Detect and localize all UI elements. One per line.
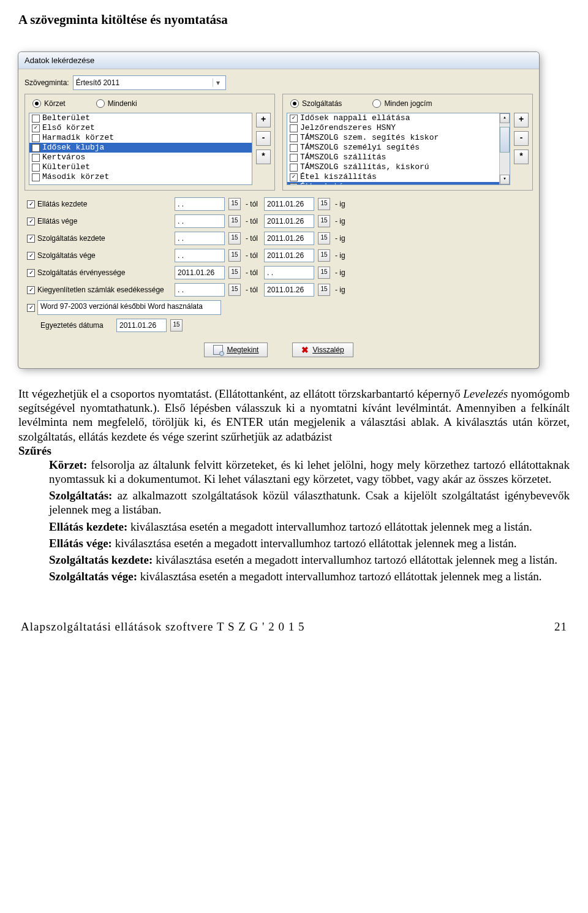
ig-label: - ig	[335, 251, 345, 260]
calendar-icon[interactable]: 15	[318, 249, 330, 262]
date-to[interactable]: 2011.01.26	[264, 214, 314, 228]
calendar-icon[interactable]: 15	[318, 215, 330, 227]
checkbox-icon[interactable]	[290, 124, 298, 132]
szures-heading: Szűrés	[18, 444, 570, 458]
filter-check[interactable]	[27, 269, 35, 277]
filter-check[interactable]	[27, 252, 35, 260]
filter-check[interactable]	[27, 200, 35, 208]
list-item-label: Külterület	[42, 162, 90, 172]
tol-label: - tól	[246, 268, 258, 277]
checkbox-icon[interactable]	[290, 164, 298, 172]
calendar-icon[interactable]: 15	[318, 267, 330, 279]
checkbox-icon[interactable]	[32, 164, 40, 172]
calendar-icon[interactable]: 15	[318, 232, 330, 244]
scrollbar[interactable]: ▴▾	[499, 113, 510, 184]
star-button[interactable]: *	[514, 150, 529, 164]
date-to[interactable]: 2011.01.26	[264, 232, 314, 245]
list-item[interactable]: Jelzőrendszeres HSNY	[287, 123, 500, 133]
list-item[interactable]: TÁMSZOLG személyi segítés	[287, 143, 500, 153]
list-item[interactable]: Külterület	[29, 162, 252, 172]
visszalep-button[interactable]: ✖ Visszalép	[292, 343, 353, 357]
korzet-listbox[interactable]: BelterületElső körzetHarmadik körzetIdős…	[29, 113, 252, 185]
filter-check[interactable]	[27, 235, 35, 243]
list-item[interactable]: Étkeztetés	[287, 182, 500, 185]
plus-button[interactable]: +	[514, 113, 529, 127]
calendar-icon[interactable]: 15	[228, 232, 241, 244]
date-from[interactable]: . .	[175, 197, 225, 211]
date-from[interactable]: . .	[175, 283, 225, 297]
star-button[interactable]: *	[256, 150, 271, 164]
szovegminta-combo[interactable]: Értesítő 2011 ▾	[73, 75, 226, 90]
word-check[interactable]	[27, 304, 35, 312]
date-to[interactable]: . .	[264, 266, 314, 279]
filter-check[interactable]	[27, 286, 35, 294]
tol-label: - tól	[246, 200, 258, 208]
preview-icon	[213, 345, 223, 355]
list-item[interactable]: Belterület	[29, 113, 252, 123]
checkbox-icon[interactable]	[32, 115, 40, 123]
filter-row: Ellátás vége. .15- tól2011.01.2615- ig	[24, 213, 533, 230]
list-item-label: Első körzet	[42, 123, 95, 133]
checkbox-icon[interactable]	[290, 173, 298, 181]
date-from[interactable]: . .	[175, 249, 225, 262]
calendar-icon[interactable]: 15	[228, 284, 241, 296]
plus-button[interactable]: +	[256, 113, 271, 127]
checkbox-icon[interactable]	[32, 144, 40, 152]
checkbox-icon[interactable]	[32, 154, 40, 162]
ig-label: - ig	[335, 234, 345, 243]
checkbox-icon[interactable]	[290, 183, 298, 186]
filter-label: Szolgáltatás kezdete	[37, 234, 172, 243]
szolgaltatas-listbox[interactable]: ▴▾Idősek nappali ellátásaJelzőrendszeres…	[287, 113, 510, 185]
checkbox-icon[interactable]	[290, 144, 298, 152]
minus-button[interactable]: -	[256, 131, 271, 146]
checkbox-icon[interactable]	[290, 134, 298, 142]
list-item[interactable]: Első körzet	[29, 123, 252, 133]
list-item-label: TÁMSZOLG szállítás	[300, 153, 386, 162]
list-item[interactable]: Idősek klubja	[29, 143, 252, 153]
date-to[interactable]: 2011.01.26	[264, 197, 314, 211]
date-from[interactable]: . .	[175, 232, 225, 245]
chevron-down-icon[interactable]: ▾	[213, 78, 223, 87]
calendar-icon[interactable]: 15	[228, 215, 241, 227]
radio-mindenki[interactable]: Mindenki	[96, 99, 137, 108]
radio-korzet[interactable]: Körzet	[32, 99, 66, 108]
list-item[interactable]: TÁMSZOLG szállítás	[287, 153, 500, 162]
list-item-label: Belterület	[42, 113, 90, 123]
checkbox-icon[interactable]	[32, 173, 40, 181]
date-to[interactable]: 2011.01.26	[264, 283, 314, 297]
megtekint-button[interactable]: Megtekint	[204, 343, 268, 357]
calendar-icon[interactable]: 15	[170, 319, 183, 331]
filter-check[interactable]	[27, 218, 35, 225]
list-item-label: TÁMSZOLG személyi segítés	[300, 143, 420, 153]
calendar-icon[interactable]: 15	[228, 267, 241, 279]
list-item[interactable]: TÁMSZOLG szállítás, kiskorú	[287, 162, 500, 172]
radio-icon	[96, 99, 105, 108]
calendar-icon[interactable]: 15	[228, 198, 241, 210]
list-item[interactable]: TÁMSZOLG szem. segítés kiskor	[287, 133, 500, 143]
filter-row: Szolgáltatás vége. .15- tól2011.01.2615-…	[24, 247, 533, 264]
radio-minden-jogcim[interactable]: Minden jogcím	[372, 99, 432, 108]
date-from[interactable]: . .	[175, 214, 225, 228]
calendar-icon[interactable]: 15	[228, 249, 241, 262]
list-item[interactable]: Idősek nappali ellátása	[287, 113, 500, 123]
date-to[interactable]: 2011.01.26	[264, 249, 314, 262]
radio-szolgaltatas[interactable]: Szolgáltatás	[290, 99, 342, 108]
korzet-desc: Körzet: felsorolja az általunk felvitt k…	[18, 458, 570, 486]
checkbox-icon[interactable]	[290, 115, 298, 123]
checkbox-icon[interactable]	[32, 124, 40, 132]
checkbox-icon[interactable]	[32, 134, 40, 142]
list-item-label: Jelzőrendszeres HSNY	[300, 123, 396, 133]
egyeztet-date[interactable]: 2011.01.26	[116, 319, 167, 332]
calendar-icon[interactable]: 15	[318, 198, 330, 210]
list-item[interactable]: Étel kiszállítás	[287, 172, 500, 182]
szolg-vege-desc: Szolgáltatás vége: kiválasztása esetén a…	[18, 569, 570, 583]
minus-button[interactable]: -	[514, 131, 529, 146]
checkbox-icon[interactable]	[290, 154, 298, 162]
korzet-panel: Körzet Mindenki BelterületElső körzetHar…	[24, 94, 275, 191]
list-item[interactable]: Kertváros	[29, 153, 252, 162]
tol-label: - tól	[246, 251, 258, 260]
list-item[interactable]: Harmadik körzet	[29, 133, 252, 143]
calendar-icon[interactable]: 15	[318, 284, 330, 296]
date-from[interactable]: 2011.01.26	[175, 266, 225, 279]
list-item[interactable]: Második körzet	[29, 172, 252, 182]
